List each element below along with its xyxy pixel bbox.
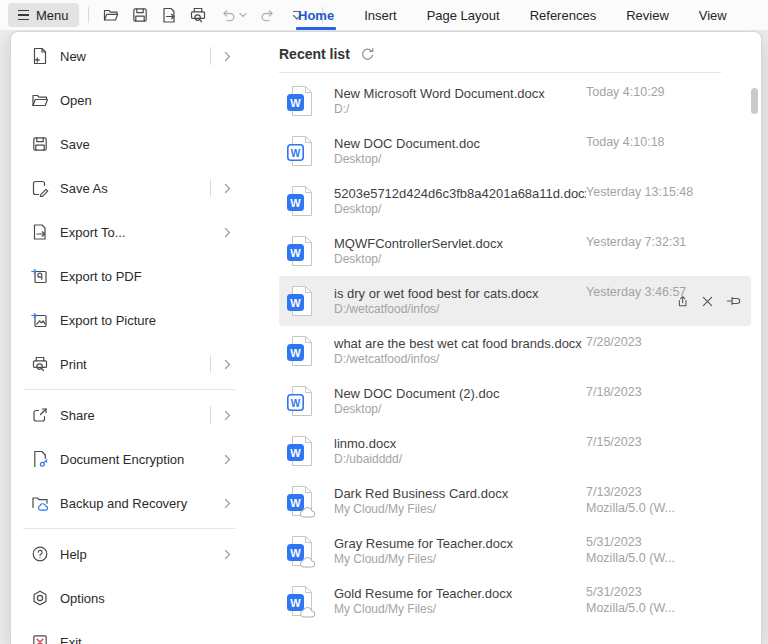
file-path: Desktop/ bbox=[334, 252, 586, 267]
file-path: My Cloud/My Files/ bbox=[334, 602, 586, 617]
sidebar-divider bbox=[23, 528, 235, 529]
tab-references[interactable]: References bbox=[530, 0, 596, 30]
file-time: 7/28/2023 bbox=[586, 334, 642, 350]
file-name: Gold Resume for Teacher.docx bbox=[334, 585, 586, 602]
file-name: 5203e5712d424d6c3fb8a4201a68a11d.docx bbox=[334, 185, 586, 202]
file-name: linmo.docx bbox=[334, 435, 586, 452]
export-pdf-icon bbox=[31, 267, 49, 285]
open-button[interactable] bbox=[98, 3, 124, 27]
recent-file-row[interactable]: what are the best wet cat food brands.do… bbox=[279, 326, 751, 376]
recent-list-divider bbox=[279, 72, 721, 73]
menu-item-label: Help bbox=[60, 547, 224, 562]
menu-item-label: Options bbox=[60, 591, 231, 606]
undo-button[interactable] bbox=[214, 3, 252, 27]
recent-file-list: New Microsoft Word Document.docx D:/ Tod… bbox=[279, 76, 751, 626]
file-time: 5/31/2023 bbox=[586, 534, 675, 550]
menu-item-label: Export To... bbox=[60, 225, 224, 240]
file-name: New DOC Document.doc bbox=[334, 135, 586, 152]
tab-page-layout[interactable]: Page Layout bbox=[427, 0, 500, 30]
export-button[interactable] bbox=[156, 3, 182, 27]
file-menu-panel: New Open Save bbox=[10, 31, 762, 644]
chevron-right-icon bbox=[224, 51, 231, 62]
share-file-button[interactable] bbox=[675, 294, 689, 308]
file-source: Mozilla/5.0 (W... bbox=[586, 600, 675, 616]
menu-button[interactable]: Menu bbox=[8, 3, 79, 27]
save-icon bbox=[131, 6, 149, 24]
menu-item-label: Export to PDF bbox=[60, 269, 231, 284]
menu-item-export-to-pdf[interactable]: Export to PDF bbox=[11, 254, 247, 298]
doc-file-icon bbox=[286, 135, 314, 167]
share-icon bbox=[31, 406, 49, 424]
export-to-icon bbox=[31, 223, 49, 241]
recent-file-row[interactable]: MQWFControllerServlet.docx Desktop/ Yest… bbox=[279, 226, 751, 276]
pin-file-button[interactable] bbox=[726, 294, 741, 308]
new-document-icon bbox=[31, 47, 49, 65]
undo-icon bbox=[219, 6, 237, 24]
tab-review[interactable]: Review bbox=[626, 0, 669, 30]
file-name: MQWFControllerServlet.docx bbox=[334, 235, 586, 252]
menu-item-save-as[interactable]: Save As bbox=[11, 166, 247, 210]
redo-button[interactable] bbox=[255, 3, 281, 27]
tab-insert[interactable]: Insert bbox=[364, 0, 397, 30]
file-menu-sidebar: New Open Save bbox=[11, 32, 247, 644]
backup-recovery-icon bbox=[31, 494, 49, 512]
menu-item-backup-and-recovery[interactable]: Backup and Recovery bbox=[11, 481, 247, 525]
docx-cloud-file-icon bbox=[286, 535, 314, 567]
save-icon bbox=[31, 135, 49, 153]
recent-scrollbar-thumb[interactable] bbox=[751, 88, 758, 114]
recent-file-row[interactable]: New DOC Document.doc Desktop/ Today 4:10… bbox=[279, 126, 751, 176]
menu-item-open[interactable]: Open bbox=[11, 78, 247, 122]
menu-item-save[interactable]: Save bbox=[11, 122, 247, 166]
menu-item-export-to[interactable]: Export To... bbox=[11, 210, 247, 254]
export-icon bbox=[160, 6, 178, 24]
menu-item-label: Print bbox=[60, 357, 210, 372]
print-preview-icon bbox=[189, 6, 207, 24]
file-time: Today 4:10:29 bbox=[586, 84, 665, 100]
chevron-right-icon bbox=[224, 549, 231, 560]
menu-item-document-encryption[interactable]: Document Encryption bbox=[11, 437, 247, 481]
doc-file-icon bbox=[286, 385, 314, 417]
recent-file-row[interactable]: New DOC Document (2).doc Desktop/ 7/18/2… bbox=[279, 376, 751, 426]
ribbon-tabs: Home Insert Page Layout References Revie… bbox=[298, 0, 727, 30]
print-icon bbox=[31, 355, 49, 373]
file-name: Gray Resume for Teacher.docx bbox=[334, 535, 586, 552]
menu-item-export-to-picture[interactable]: Export to Picture bbox=[11, 298, 247, 342]
file-name: New Microsoft Word Document.docx bbox=[334, 85, 586, 102]
print-preview-button[interactable] bbox=[185, 3, 211, 27]
tab-home[interactable]: Home bbox=[298, 0, 334, 30]
recent-file-row[interactable]: 5203e5712d424d6c3fb8a4201a68a11d.docx De… bbox=[279, 176, 751, 226]
recent-file-row[interactable]: New Microsoft Word Document.docx D:/ Tod… bbox=[279, 76, 751, 126]
recent-file-row[interactable]: linmo.docx D:/ubaidddd/ 7/15/2023 bbox=[279, 426, 751, 476]
recent-file-row[interactable]: Gold Resume for Teacher.docx My Cloud/My… bbox=[279, 576, 751, 626]
options-icon bbox=[31, 589, 49, 607]
menu-item-new[interactable]: New bbox=[11, 34, 247, 78]
menu-item-options[interactable]: Options bbox=[11, 576, 247, 620]
save-as-icon bbox=[31, 179, 49, 197]
document-encryption-icon bbox=[31, 450, 49, 468]
tab-view[interactable]: View bbox=[699, 0, 727, 30]
file-path: D:/wetcatfood/infos/ bbox=[334, 302, 586, 317]
redo-icon bbox=[259, 6, 277, 24]
menu-item-help[interactable]: Help bbox=[11, 532, 247, 576]
menu-item-print[interactable]: Print bbox=[11, 342, 247, 386]
chevron-right-icon bbox=[224, 227, 231, 238]
recent-file-row[interactable]: Dark Red Business Card.docx My Cloud/My … bbox=[279, 476, 751, 526]
docx-file-icon bbox=[286, 185, 314, 217]
file-name: is dry or wet food best for cats.docx bbox=[334, 285, 586, 302]
docx-file-icon bbox=[286, 285, 314, 317]
chevron-right-icon bbox=[224, 359, 231, 370]
menu-item-share[interactable]: Share bbox=[11, 393, 247, 437]
menu-item-exit[interactable]: Exit bbox=[11, 620, 247, 644]
toolbar-separator bbox=[88, 7, 89, 23]
recent-file-row-hovered[interactable]: is dry or wet food best for cats.docx D:… bbox=[279, 276, 751, 326]
refresh-button[interactable] bbox=[360, 47, 375, 62]
save-button[interactable] bbox=[127, 3, 153, 27]
menu-button-label: Menu bbox=[36, 8, 69, 23]
recent-file-row[interactable]: Gray Resume for Teacher.docx My Cloud/My… bbox=[279, 526, 751, 576]
menu-item-label: Exit bbox=[60, 635, 231, 644]
open-folder-icon bbox=[31, 91, 49, 109]
docx-cloud-file-icon bbox=[286, 485, 314, 517]
split-divider bbox=[210, 406, 211, 424]
remove-from-list-button[interactable] bbox=[701, 295, 714, 308]
chevron-right-icon bbox=[224, 498, 231, 509]
